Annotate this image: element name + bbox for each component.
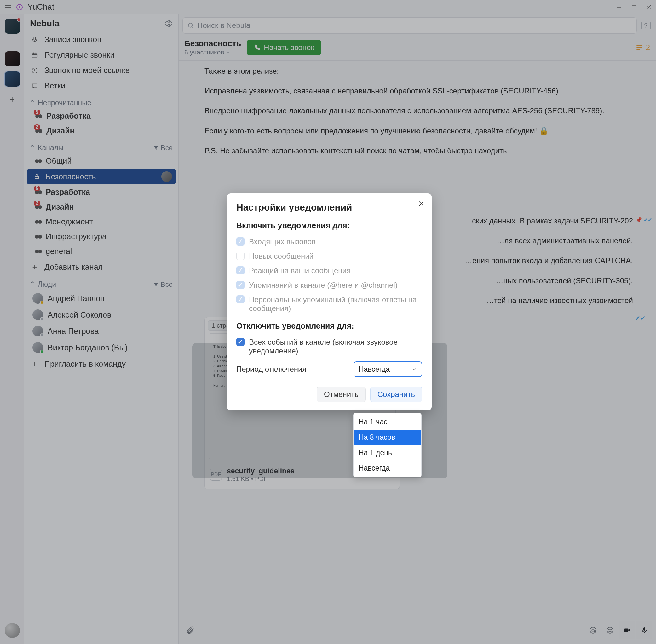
notification-settings-modal: Настройки уведомлений Включить уведомлен…: [227, 193, 432, 410]
period-select[interactable]: Навсегда: [353, 361, 422, 377]
dropdown-item-1d[interactable]: На 1 день: [353, 445, 421, 460]
cancel-button[interactable]: Отменить: [316, 387, 366, 402]
close-icon[interactable]: [418, 200, 425, 207]
checkbox-icon: ✓: [236, 237, 244, 246]
period-dropdown: На 1 час На 8 часов На 1 день Навсегда: [353, 413, 421, 478]
checkbox-icon: [236, 252, 244, 260]
disable-group-title: Отключить уведомления для:: [236, 321, 422, 330]
opt-reactions[interactable]: ✓Реакций на ваши сообщения: [236, 263, 422, 278]
opt-incoming-calls[interactable]: ✓Входящих вызовов: [236, 234, 422, 249]
opt-personal-mentions[interactable]: ✓Персональных упоминаний (включая ответы…: [236, 293, 422, 316]
opt-channel-mentions[interactable]: ✓Упоминаний в канале (@here и @channel): [236, 278, 422, 293]
period-label: Период отключения: [236, 365, 306, 374]
dropdown-item-forever[interactable]: Навсегда: [353, 460, 421, 476]
checkbox-icon: ✓: [236, 266, 244, 274]
opt-new-messages[interactable]: Новых сообщений: [236, 249, 422, 263]
dropdown-item-8h[interactable]: На 8 часов: [353, 430, 421, 445]
checkbox-icon: ✓: [236, 295, 244, 303]
checkbox-icon: ✓: [236, 281, 244, 289]
save-button[interactable]: Сохранить: [370, 387, 422, 402]
enable-group-title: Включить уведомления для:: [236, 221, 422, 230]
chevron-down-icon: [412, 366, 417, 372]
modal-title: Настройки уведомлений: [236, 202, 422, 213]
checkbox-icon: ✓: [236, 338, 244, 346]
dropdown-item-1h[interactable]: На 1 час: [353, 414, 421, 430]
opt-disable-all[interactable]: ✓Всех событий в канале (включая звуковое…: [236, 335, 422, 358]
